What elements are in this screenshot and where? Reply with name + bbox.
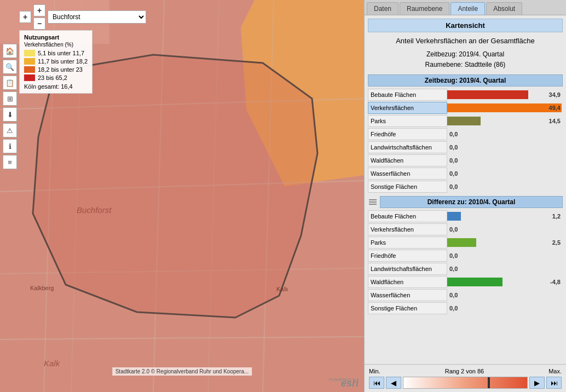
diff-row-7: Sonstige Flächen0,0	[368, 302, 563, 314]
home-tool-button[interactable]: 🏠	[3, 44, 17, 58]
diff-label-7: Sonstige Flächen	[368, 302, 447, 314]
data-row-6: Wasserflächen0,0	[368, 168, 563, 180]
slider-fill	[403, 377, 527, 388]
data-row-2: Parks14,5	[368, 115, 563, 127]
diff-row-2: Parks2,5	[368, 237, 563, 249]
slider-info: Min. Rang 2 von 86 Max.	[369, 368, 562, 374]
zoom-out-button[interactable]: −	[33, 18, 45, 30]
zoom-in-button[interactable]: +	[19, 11, 31, 23]
legend-item-3: 18,2 bis unter 23	[24, 66, 88, 73]
diff-label-3: Friedhöfe	[368, 250, 447, 262]
info-tool-button[interactable]: ℹ	[3, 139, 17, 153]
diff-label-6: Wasserflächen	[368, 289, 447, 301]
row-value-7: 0,0	[449, 183, 458, 190]
row-bar-0	[447, 90, 528, 99]
slider-first-button[interactable]: ⏮	[369, 377, 384, 389]
map-area: + + − Buchforst 🏠 🔍 📋 ⊞ ⬇ ⚠ ℹ ≡ Nutzungs…	[0, 0, 364, 392]
tab-raumebene[interactable]: Raumebene	[400, 2, 449, 15]
raumebene-info: Raumebene: Stadtteile (86)	[368, 60, 563, 70]
slider-controls: ⏮ ◀ ▶ ⏭	[369, 377, 562, 389]
top-bar: + + − Buchforst	[19, 4, 146, 30]
slider-last-button[interactable]: ⏭	[546, 377, 562, 389]
diff-bar-container-2: 2,5	[447, 237, 563, 249]
diff-bar-container-1: 0,0	[447, 223, 563, 235]
diff-bar-container-6: 0,0	[447, 289, 563, 301]
diff-label-0: Bebaute Flächen	[368, 210, 447, 222]
row-value-2: 14,5	[549, 118, 561, 124]
data-row-4: Landwirtschaftsflächen0,0	[368, 141, 563, 153]
legend-footer: Köln gesamt: 16,4	[24, 83, 88, 90]
diff-bar-0	[447, 212, 461, 221]
row-bar-container-7: 0,0	[447, 181, 563, 193]
row-bar-1	[447, 103, 562, 112]
legend-label-4: 23 bis 65,2	[38, 74, 67, 81]
search-tool-button[interactable]: 🔍	[3, 60, 17, 74]
svg-marker-12	[33, 55, 317, 318]
panel-area: Daten Raumebene Anteile Absolut Kartensi…	[364, 0, 566, 392]
diff-bar-container-4: 0,0	[447, 263, 563, 275]
row-label-3: Friedhöfe	[368, 128, 447, 140]
diff-value-7: 0,0	[449, 305, 458, 312]
data-row-1: Verkehrsflächen49,4	[368, 102, 563, 114]
legend-label-3: 18,2 bis unter 23	[38, 66, 83, 73]
map-attribution: Stadtkarte 2.0 © Regionalverband Ruhr un…	[112, 367, 252, 376]
diff-bar-container-7: 0,0	[447, 302, 563, 314]
location-select[interactable]: Buchforst	[48, 10, 146, 24]
zeitbezug-info: Zeitbezug: 2019/4. Quartal	[368, 49, 563, 60]
diff-section-header: Differenz zu: 2010/4. Quartal	[368, 196, 563, 208]
grid-tool-button[interactable]: ⊞	[3, 91, 17, 106]
diff-row-1: Verkehrsflächen0,0	[368, 223, 563, 235]
legend-label-1: 5,1 bis unter 11,7	[38, 50, 84, 56]
diff-value-6: 0,0	[449, 292, 458, 298]
legend-color-3	[24, 66, 35, 73]
row-label-4: Landwirtschaftsflächen	[368, 141, 447, 153]
slider-max-label: Max.	[548, 368, 562, 374]
drag-handle[interactable]	[368, 198, 378, 206]
download-tool-button[interactable]: ⬇	[3, 107, 17, 122]
tab-anteile[interactable]: Anteile	[451, 2, 485, 15]
select-tool-button[interactable]: 📋	[3, 76, 17, 90]
data-row-5: Waldflächen0,0	[368, 154, 563, 166]
slider-next-button[interactable]: ▶	[529, 377, 545, 389]
row-label-2: Parks	[368, 115, 447, 127]
slider-track[interactable]	[403, 377, 528, 389]
row-value-5: 0,0	[449, 157, 458, 164]
diff-bar-container-3: 0,0	[447, 250, 563, 262]
diff-value-2: 2,5	[552, 239, 561, 246]
diff-label-2: Parks	[368, 237, 447, 249]
legend-item-1: 5,1 bis unter 11,7	[24, 50, 88, 56]
diff-bar-container-0: 1,2	[447, 210, 563, 222]
menu-tool-button[interactable]: ≡	[3, 155, 17, 169]
row-label-5: Waldflächen	[368, 154, 447, 166]
diff-label-4: Landwirtschaftsflächen	[368, 263, 447, 275]
tab-daten[interactable]: Daten	[367, 2, 398, 15]
legend-item-4: 23 bis 65,2	[24, 74, 88, 81]
data-row-7: Sonstige Flächen0,0	[368, 181, 563, 193]
slider-prev-button[interactable]: ◀	[386, 377, 401, 389]
legend-title: Nutzungsart	[24, 34, 88, 41]
diff-value-0: 1,2	[552, 213, 561, 220]
panel-content: Kartensicht Anteil Verkehrsflächen an de…	[365, 15, 566, 364]
data-row-0: Bebaute Flächen34,9	[368, 89, 563, 101]
diff-row-3: Friedhöfe0,0	[368, 250, 563, 262]
row-value-4: 0,0	[449, 144, 458, 151]
row-bar-container-6: 0,0	[447, 168, 563, 180]
diff-bar-2	[447, 238, 476, 247]
row-bar-2	[447, 117, 481, 125]
row-bar-container-0: 34,9	[447, 89, 563, 101]
warning-tool-button[interactable]: ⚠	[3, 123, 17, 137]
zoom-in-button2[interactable]: +	[33, 4, 45, 16]
row-label-7: Sonstige Flächen	[368, 181, 447, 193]
row-label-6: Wasserflächen	[368, 168, 447, 180]
left-toolbar: 🏠 🔍 📋 ⊞ ⬇ ⚠ ℹ ≡	[3, 44, 17, 169]
row-bar-container-2: 14,5	[447, 115, 563, 127]
legend-label-2: 11,7 bis unter 18,2	[38, 58, 88, 65]
diff-label-5: Waldflächen	[368, 276, 447, 288]
diff-row-6: Wasserflächen0,0	[368, 289, 563, 301]
tab-absolut[interactable]: Absolut	[486, 2, 522, 15]
slider-thumb[interactable]	[488, 377, 490, 388]
legend: Nutzungsart Verkehrsflächen (%) 5,1 bis …	[19, 30, 93, 94]
bottom-slider: Min. Rang 2 von 86 Max. ⏮ ◀ ▶ ⏭	[365, 364, 566, 392]
row-bar-container-3: 0,0	[447, 128, 563, 140]
row-bar-container-5: 0,0	[447, 154, 563, 166]
